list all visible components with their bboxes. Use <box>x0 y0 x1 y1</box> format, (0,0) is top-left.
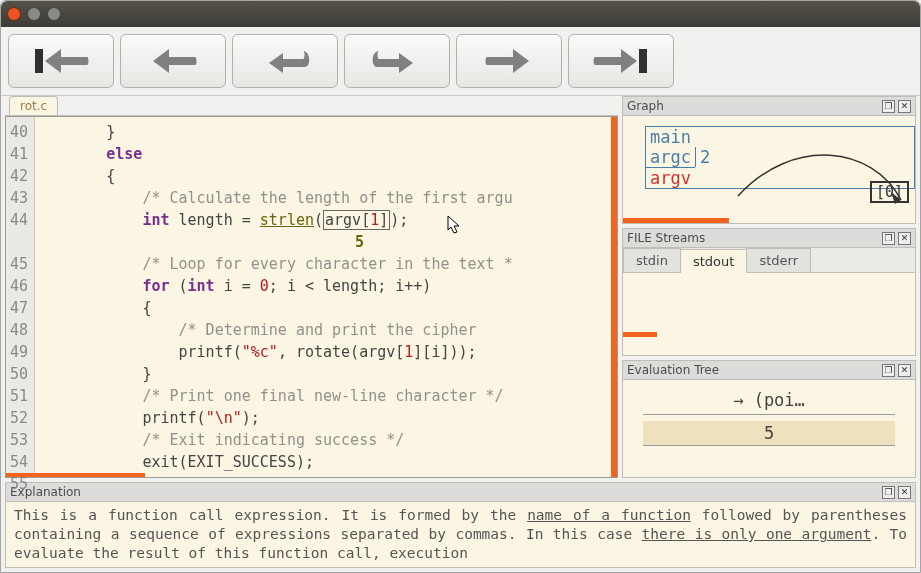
window-titlebar <box>1 1 920 27</box>
panel-graph: Graph ❐ ✕ main argc2argv [0] <box>622 96 916 224</box>
close-icon[interactable]: ✕ <box>898 232 911 245</box>
frame-name: main <box>646 127 695 147</box>
svg-rect-0 <box>35 49 43 73</box>
panel-title-filestreams: FILE Streams <box>627 231 879 245</box>
panel-title-explanation: Explanation <box>10 485 879 499</box>
line-gutter: 4041424344 4546474849505152535455 <box>6 117 35 477</box>
panel-title-graph: Graph <box>627 99 879 113</box>
step-into-back-icon <box>255 45 315 77</box>
eval-hint: 5 <box>355 231 364 253</box>
stream-tab-stdin[interactable]: stdin <box>623 248 681 272</box>
eval-body[interactable]: → (poi… 5 <box>623 380 915 477</box>
explanation-text[interactable]: This is a function call expression. It i… <box>6 502 915 567</box>
tab-rot-c[interactable]: rot.c <box>9 96 58 115</box>
step-back-full-button[interactable] <box>8 34 114 88</box>
editor-scroll-indicator <box>6 473 145 477</box>
filestreams-body: stdinstdoutstderr <box>623 248 915 355</box>
code-editor[interactable]: 4041424344 4546474849505152535455 } else… <box>5 116 618 478</box>
close-icon[interactable]: ✕ <box>898 486 911 499</box>
close-icon[interactable]: ✕ <box>898 364 911 377</box>
step-fwd-full-button[interactable] <box>568 34 674 88</box>
close-icon[interactable] <box>7 7 21 21</box>
stack-frame: main argc2argv <box>645 126 915 189</box>
toolbar <box>1 27 920 96</box>
restore-icon[interactable]: ❐ <box>882 232 895 245</box>
restore-icon[interactable]: ❐ <box>882 486 895 499</box>
stream-tabs: stdinstdoutstderr <box>623 248 915 273</box>
minimize-icon[interactable] <box>27 7 41 21</box>
restore-icon[interactable]: ❐ <box>882 364 895 377</box>
var-name: argc <box>646 147 695 167</box>
panel-explanation: Explanation ❐ ✕ This is a function call … <box>5 482 916 568</box>
array-index-box: [0] <box>870 181 909 203</box>
step-back-full-icon <box>31 45 91 77</box>
code-area[interactable]: } else { /* Calculate the length of the … <box>35 117 617 477</box>
step-back-button[interactable] <box>120 34 226 88</box>
step-fwd-icon <box>479 45 539 77</box>
var-value: 2 <box>695 147 714 167</box>
maximize-icon[interactable] <box>47 7 61 21</box>
step-back-icon <box>143 45 203 77</box>
panel-filestreams: FILE Streams ❐ ✕ stdinstdoutstderr <box>622 228 916 356</box>
editor-tabs: rot.c <box>5 96 618 116</box>
graph-body[interactable]: main argc2argv [0] <box>623 116 915 223</box>
stream-output[interactable] <box>623 273 915 337</box>
close-icon[interactable]: ✕ <box>898 100 911 113</box>
restore-icon[interactable]: ❐ <box>882 100 895 113</box>
panel-eval-tree: Evaluation Tree ❐ ✕ → (poi… 5 <box>622 360 916 478</box>
stream-tab-stdout[interactable]: stdout <box>680 249 747 273</box>
stream-tab-stderr[interactable]: stderr <box>746 248 811 272</box>
eval-expr: → (poi… <box>643 390 895 415</box>
step-into-back-button[interactable] <box>232 34 338 88</box>
panel-title-eval: Evaluation Tree <box>627 363 879 377</box>
var-name: argv <box>646 167 695 188</box>
step-fwd-button[interactable] <box>456 34 562 88</box>
step-into-fwd-icon <box>367 45 427 77</box>
eval-value: 5 <box>643 421 895 446</box>
step-into-fwd-button[interactable] <box>344 34 450 88</box>
svg-rect-1 <box>639 49 647 73</box>
step-fwd-full-icon <box>591 45 651 77</box>
